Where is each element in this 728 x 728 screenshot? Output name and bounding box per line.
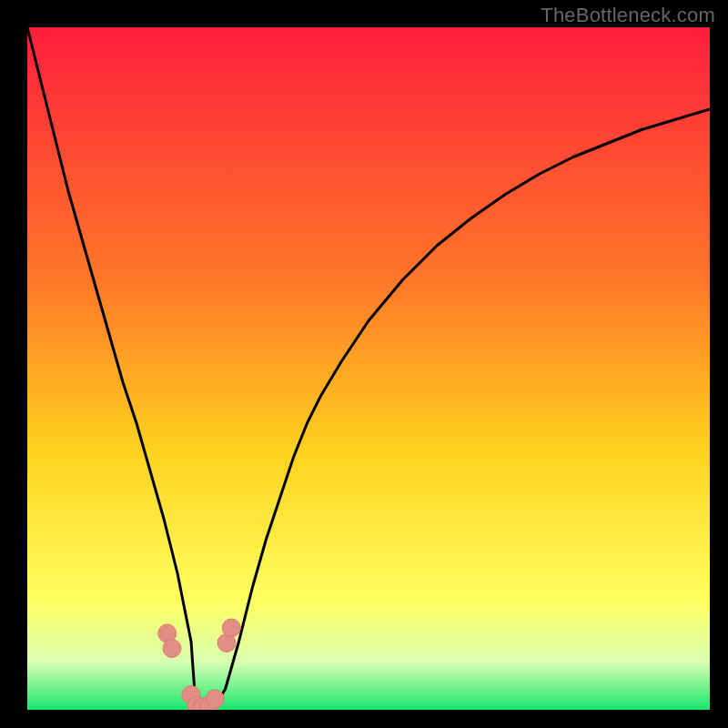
chart-svg	[27, 27, 710, 710]
marker-point	[222, 619, 240, 637]
marker-point	[163, 640, 181, 658]
marker-point	[206, 690, 224, 708]
gradient-bg	[27, 27, 710, 710]
plot-area	[27, 27, 710, 710]
chart-root: { "watermark": "TheBottleneck.com", "col…	[0, 0, 728, 728]
watermark: TheBottleneck.com	[541, 4, 715, 27]
